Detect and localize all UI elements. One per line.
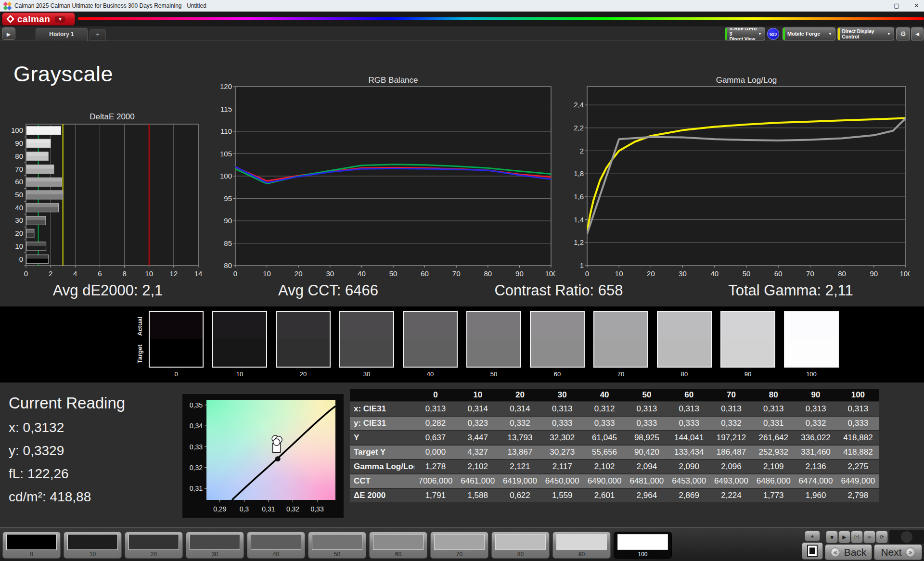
table-header-cell: 0: [414, 389, 457, 401]
pattern-level-label: 100: [614, 551, 671, 558]
pattern-chip: [617, 534, 668, 550]
table-cell: 0,313: [795, 402, 837, 416]
pattern-button-100[interactable]: 100: [614, 532, 672, 559]
pattern-button-90[interactable]: 90: [552, 532, 611, 559]
actual-half: [213, 312, 266, 339]
target-half: [531, 339, 584, 367]
table-cell: 6461,000: [457, 474, 499, 488]
grayscale-swatch-80: [657, 311, 712, 368]
back-chevron-icon: «: [831, 548, 840, 557]
rgb-balance-chart: RGB Balance80859095100105110115120010203…: [217, 76, 555, 280]
step-button[interactable]: [+]: [851, 531, 863, 543]
svg-text:70: 70: [452, 269, 461, 278]
tab-history-1[interactable]: History 1: [36, 28, 88, 41]
table-header-row: 0102030405060708090100: [350, 389, 879, 401]
minimize-button[interactable]: —: [873, 0, 879, 12]
svg-text:2,2: 2,2: [574, 124, 584, 132]
settings-gear-button[interactable]: ⚙: [896, 27, 910, 40]
target-half: [340, 339, 393, 367]
table-cell: 2,109: [752, 460, 795, 473]
table-cell: 1,791: [414, 489, 457, 502]
calman-menu-button[interactable]: calman ▼: [2, 13, 75, 26]
back-button[interactable]: «Back: [825, 544, 872, 560]
svg-text:80: 80: [838, 269, 846, 278]
pattern-window-button[interactable]: [802, 542, 823, 560]
play-button[interactable]: ▶: [838, 531, 850, 543]
target-half: [785, 339, 838, 367]
meter-dropdown[interactable]: X-Rite i1Pro 3Direct View ▼: [725, 27, 765, 40]
square-icon: [807, 545, 818, 557]
source-dropdown[interactable]: Mobile Forge ▼: [783, 27, 835, 40]
svg-text:100: 100: [220, 172, 232, 180]
pattern-button-10[interactable]: 10: [64, 532, 122, 559]
close-button[interactable]: ✕: [914, 0, 919, 12]
pattern-button-40[interactable]: 40: [247, 532, 305, 559]
pattern-chip: [556, 534, 607, 550]
table-row: Target Y0,0004,32713,86730,27355,65690,4…: [350, 446, 879, 459]
table-header-cell: 70: [710, 389, 753, 401]
calman-app-window: Calman 2025 Calman Ultimate for Business…: [0, 0, 924, 561]
svg-text:80: 80: [15, 152, 23, 160]
summary-stat-3: Total Gamma: 2,11: [728, 282, 853, 299]
table-cell: 0,313: [837, 402, 879, 416]
display-control-dropdown[interactable]: Direct Display Control ▼: [837, 27, 894, 40]
table-cell: 0,333: [541, 417, 583, 430]
pattern-chip: [6, 534, 57, 550]
refresh-button[interactable]: ⟳: [876, 531, 888, 543]
loop-button[interactable]: ∞: [863, 531, 875, 543]
tab-row: ▶ History 1 + X-Rite i1Pro 3Direct View …: [0, 26, 924, 41]
maximize-button[interactable]: ▢: [894, 0, 899, 12]
pattern-level-label: 50: [308, 551, 366, 558]
history-expand-button[interactable]: ▶: [2, 27, 15, 40]
table-cell: 7006,000: [414, 474, 457, 488]
disabled-slot: [889, 530, 924, 544]
svg-text:0,3: 0,3: [240, 505, 249, 513]
table-row: CCT7006,0006461,0006419,0006450,0006490,…: [350, 474, 879, 488]
stop-button[interactable]: ■: [826, 531, 838, 543]
pattern-button-60[interactable]: 60: [369, 532, 427, 559]
swatch-level-label: 40: [403, 370, 458, 378]
pattern-button-30[interactable]: 30: [186, 532, 244, 559]
next-button[interactable]: Next»: [874, 544, 922, 560]
pattern-chip: [190, 534, 240, 550]
pattern-button-80[interactable]: 80: [491, 532, 550, 559]
table-cell: 6453,000: [668, 474, 710, 488]
grayscale-swatch-90: [720, 311, 775, 368]
pattern-button-70[interactable]: 70: [430, 532, 488, 559]
scroll-up-button[interactable]: ▲: [805, 531, 820, 541]
svg-text:0,32: 0,32: [286, 505, 299, 513]
table-cell: 1,559: [541, 489, 583, 502]
target-half: [467, 339, 520, 367]
svg-text:95: 95: [224, 194, 232, 203]
table-row-label: Y: [350, 431, 414, 445]
table-row-label: Target Y: [350, 446, 414, 459]
svg-text:0: 0: [585, 269, 589, 278]
meter-count-badge[interactable]: 623: [767, 28, 779, 40]
table-cell: 0,000: [414, 446, 457, 459]
pattern-chip: [312, 534, 362, 550]
pattern-button-0[interactable]: 0: [2, 532, 61, 559]
swatch-level-label: 100: [784, 370, 839, 378]
pattern-level-label: 20: [125, 551, 182, 558]
svg-text:30: 30: [679, 269, 687, 278]
swatch-level-label: 70: [593, 370, 648, 378]
actual-row-label: Actual: [136, 312, 146, 340]
table-cell: 2,094: [626, 460, 668, 473]
svg-text:90: 90: [224, 217, 232, 225]
planckian-locus: [232, 406, 335, 500]
table-row-label: Gamma Log/Log: [350, 460, 414, 473]
pattern-level-label: 30: [186, 551, 244, 558]
svg-text:10: 10: [15, 242, 23, 250]
collapse-panel-button[interactable]: ◀: [911, 27, 924, 40]
table-cell: 90,420: [626, 446, 668, 459]
pattern-button-50[interactable]: 50: [308, 532, 366, 559]
add-tab-button[interactable]: +: [90, 29, 106, 40]
table-header-cell: 40: [583, 389, 626, 401]
table-row-label: CCT: [350, 474, 414, 488]
svg-text:20: 20: [647, 269, 655, 278]
window-title: Calman 2025 Calman Ultimate for Business…: [14, 2, 206, 9]
pattern-level-label: 70: [431, 551, 488, 558]
summary-stat-1: Avg CCT: 6466: [278, 282, 378, 299]
pattern-button-20[interactable]: 20: [125, 532, 183, 559]
gamma-svg: Gamma Log/Log11,21,41,61,822,22,40102030…: [567, 76, 910, 280]
